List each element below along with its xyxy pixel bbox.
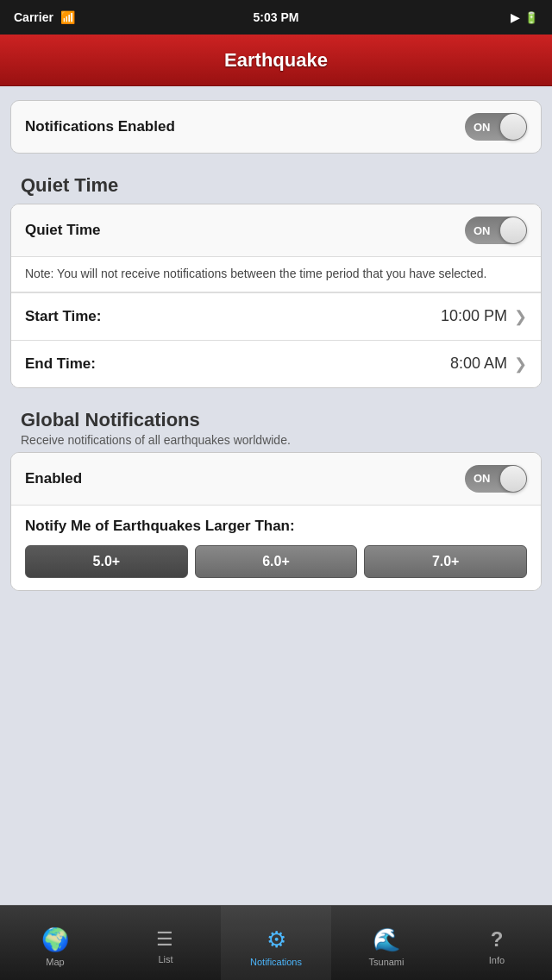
global-enabled-toggle-thumb bbox=[500, 466, 526, 492]
notifications-enabled-card: Notifications Enabled ON bbox=[10, 100, 542, 154]
notifications-enabled-toggle-label: ON bbox=[474, 121, 491, 134]
quiet-time-toggle-label: Quiet Time bbox=[25, 222, 101, 239]
quiet-time-toggle-thumb bbox=[500, 217, 526, 243]
nav-title: Earthquake bbox=[224, 49, 328, 72]
quiet-time-section-header: Quiet Time bbox=[10, 167, 542, 204]
magnitude-row: Notify Me of Earthquakes Larger Than: 5.… bbox=[11, 505, 541, 590]
quiet-time-toggle[interactable]: ON bbox=[465, 217, 527, 244]
list-icon: ☰ bbox=[156, 928, 175, 951]
tab-bar: 🌍 Map ☰ List ⚙ Notifications 🌊 Tsunami ?… bbox=[0, 905, 552, 980]
global-notifications-section-header: Global Notifications Receive notificatio… bbox=[10, 402, 542, 452]
notifications-gear-icon: ⚙ bbox=[267, 927, 286, 953]
global-enabled-row: Enabled ON bbox=[11, 453, 541, 505]
global-enabled-toggle-state: ON bbox=[474, 472, 491, 485]
notifications-enabled-toggle[interactable]: ON bbox=[465, 113, 527, 141]
quiet-time-title: Quiet Time bbox=[21, 174, 531, 197]
status-bar-time: 5:03 PM bbox=[254, 10, 299, 24]
end-time-label: End Time: bbox=[25, 355, 96, 373]
magnitude-btn-6[interactable]: 6.0+ bbox=[195, 545, 358, 578]
tab-tsunami-label: Tsunami bbox=[369, 957, 405, 967]
tab-map[interactable]: 🌍 Map bbox=[0, 906, 110, 980]
quiet-time-toggle-row: Quiet Time ON bbox=[11, 204, 541, 256]
global-notifications-subtitle: Receive notifications of all earthquakes… bbox=[21, 433, 531, 447]
content-area: Notifications Enabled ON Quiet Time Quie… bbox=[0, 86, 552, 905]
global-notifications-card: Enabled ON Notify Me of Earthquakes Larg… bbox=[10, 452, 542, 591]
notifications-enabled-row: Notifications Enabled ON bbox=[11, 101, 541, 153]
quiet-time-card: Quiet Time ON Note: You will not receive… bbox=[10, 204, 542, 388]
tab-notifications-label: Notifications bbox=[250, 957, 302, 967]
carrier-label: Carrier bbox=[14, 10, 53, 24]
notifications-enabled-toggle-thumb bbox=[500, 114, 526, 140]
end-time-row[interactable]: End Time: 8:00 AM ❯ bbox=[11, 340, 541, 387]
start-time-label: Start Time: bbox=[25, 308, 102, 325]
end-time-value: 8:00 AM bbox=[450, 355, 507, 373]
tab-list-label: List bbox=[158, 954, 172, 964]
quiet-time-note: Note: You will not receive notifications… bbox=[11, 256, 541, 292]
battery-icon: 🔋 bbox=[524, 11, 538, 24]
tab-map-label: Map bbox=[46, 957, 64, 967]
end-time-chevron: ❯ bbox=[514, 355, 527, 374]
info-icon: ? bbox=[491, 927, 504, 952]
notifications-enabled-label: Notifications Enabled bbox=[25, 118, 175, 135]
global-enabled-label: Enabled bbox=[25, 470, 82, 487]
quiet-time-toggle-state: ON bbox=[474, 224, 491, 237]
global-enabled-toggle[interactable]: ON bbox=[465, 465, 527, 493]
status-bar-right: ▶ 🔋 bbox=[511, 11, 538, 24]
end-time-value-group: 8:00 AM ❯ bbox=[450, 355, 527, 374]
tab-notifications[interactable]: ⚙ Notifications bbox=[221, 906, 331, 980]
start-time-row[interactable]: Start Time: 10:00 PM ❯ bbox=[11, 292, 541, 340]
start-time-value: 10:00 PM bbox=[441, 307, 507, 325]
tab-info-label: Info bbox=[489, 955, 505, 965]
status-bar-left: Carrier 📶 bbox=[14, 10, 75, 24]
tsunami-icon: 🌊 bbox=[373, 927, 400, 953]
start-time-value-group: 10:00 PM ❯ bbox=[441, 307, 527, 326]
magnitude-label: Notify Me of Earthquakes Larger Than: bbox=[25, 518, 527, 535]
status-bar: Carrier 📶 5:03 PM ▶ 🔋 bbox=[0, 0, 552, 35]
tab-info[interactable]: ? Info bbox=[442, 906, 552, 980]
start-time-chevron: ❯ bbox=[514, 307, 527, 326]
magnitude-btn-7[interactable]: 7.0+ bbox=[364, 545, 527, 578]
magnitude-buttons: 5.0+ 6.0+ 7.0+ bbox=[25, 545, 527, 578]
map-icon: 🌍 bbox=[41, 927, 69, 953]
location-icon: ▶ bbox=[511, 11, 519, 24]
tab-tsunami[interactable]: 🌊 Tsunami bbox=[331, 906, 442, 980]
magnitude-btn-5[interactable]: 5.0+ bbox=[25, 545, 188, 578]
global-notifications-title: Global Notifications bbox=[21, 409, 531, 431]
nav-bar: Earthquake bbox=[0, 35, 552, 86]
wifi-icon: 📶 bbox=[60, 10, 75, 24]
tab-list[interactable]: ☰ List bbox=[110, 906, 221, 980]
